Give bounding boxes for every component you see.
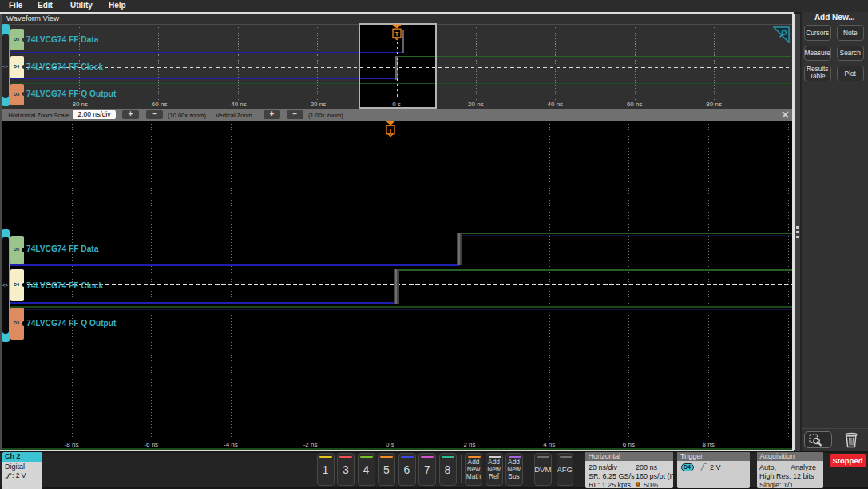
svg-text:T: T [389,126,393,133]
svg-text:T: T [394,30,398,37]
